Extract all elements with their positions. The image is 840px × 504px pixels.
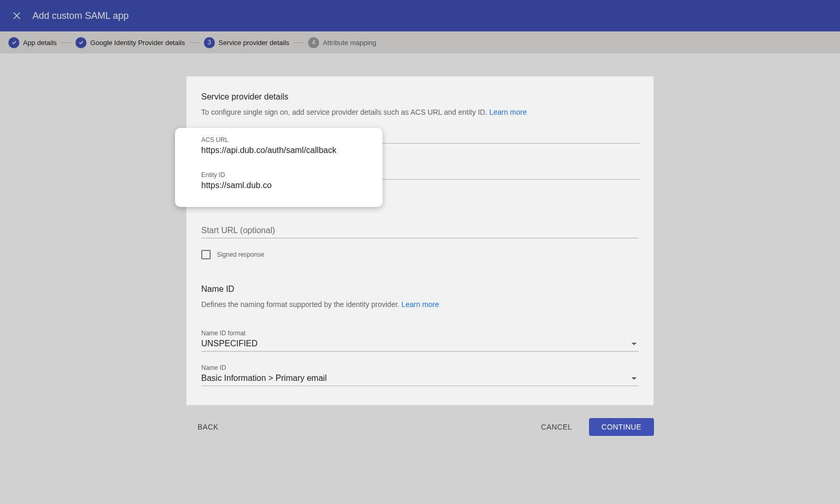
- check-icon: [75, 37, 86, 48]
- learn-more-link[interactable]: Learn more: [489, 108, 527, 116]
- field-label: Entity ID: [201, 171, 359, 179]
- learn-more-link[interactable]: Learn more: [401, 300, 439, 309]
- field-placeholder: Start URL (optional): [201, 226, 639, 238]
- back-button[interactable]: BACK: [186, 419, 230, 435]
- step-number-icon: 4: [308, 37, 319, 48]
- cancel-button[interactable]: CANCEL: [529, 419, 583, 435]
- step-label: Attribute mapping: [323, 39, 376, 47]
- select-value: Basic Information > Primary email: [201, 374, 327, 383]
- checkbox-label: Signed response: [217, 251, 264, 258]
- step-label: Google Identity Provider details: [90, 39, 185, 47]
- dialog-footer: BACK CANCEL CONTINUE: [186, 406, 654, 436]
- field-value: https://api.dub.co/auth/saml/callback: [201, 146, 359, 158]
- field-value: https://saml.dub.co: [201, 181, 359, 193]
- highlighted-fields: ACS URL https://api.dub.co/auth/saml/cal…: [175, 128, 383, 207]
- step-connector: [189, 42, 200, 43]
- desc-text: To configure single sign on, add service…: [201, 108, 489, 116]
- stepper: App details Google Identity Provider det…: [0, 31, 840, 53]
- content-area: Service provider details To configure si…: [0, 53, 840, 436]
- step-connector: [293, 42, 304, 43]
- step-label: App details: [23, 39, 57, 47]
- select-value: UNSPECIFIED: [201, 339, 258, 348]
- dialog-title: Add custom SAML app: [32, 10, 128, 21]
- name-id-format-select[interactable]: Name ID format UNSPECIFIED: [187, 330, 653, 352]
- acs-url-field[interactable]: ACS URL https://api.dub.co/auth/saml/cal…: [201, 136, 359, 158]
- name-id-select[interactable]: Name ID Basic Information > Primary emai…: [187, 364, 653, 386]
- check-icon: [8, 37, 19, 48]
- field-label: ACS URL: [201, 136, 359, 144]
- chevron-down-icon: [631, 377, 637, 380]
- section-title: Name ID: [187, 284, 653, 294]
- start-url-field[interactable]: Start URL (optional): [187, 226, 653, 238]
- step-label: Service provider details: [219, 39, 289, 47]
- step-number-icon: 3: [204, 37, 215, 48]
- field-label: Name ID: [201, 364, 639, 371]
- signed-response-checkbox[interactable]: Signed response: [187, 250, 653, 259]
- desc-text: Defines the naming format supported by t…: [201, 300, 401, 309]
- step-sp-details[interactable]: 3 Service provider details: [204, 37, 289, 48]
- section-description: Defines the naming format supported by t…: [187, 300, 653, 309]
- section-title: Service provider details: [187, 92, 653, 102]
- checkbox-icon: [201, 250, 211, 259]
- chevron-down-icon: [631, 343, 637, 345]
- step-attribute-mapping[interactable]: 4 Attribute mapping: [308, 37, 376, 48]
- close-icon[interactable]: [10, 9, 23, 22]
- entity-id-field[interactable]: Entity ID https://saml.dub.co: [201, 171, 359, 193]
- dialog-header: Add custom SAML app: [0, 0, 840, 31]
- step-connector: [61, 42, 71, 43]
- section-description: To configure single sign on, add service…: [187, 108, 653, 116]
- field-label: Name ID format: [201, 330, 639, 337]
- sp-details-card: Service provider details To configure si…: [186, 76, 654, 406]
- step-idp-details[interactable]: Google Identity Provider details: [75, 37, 185, 48]
- continue-button[interactable]: CONTINUE: [589, 418, 654, 436]
- step-app-details[interactable]: App details: [8, 37, 57, 48]
